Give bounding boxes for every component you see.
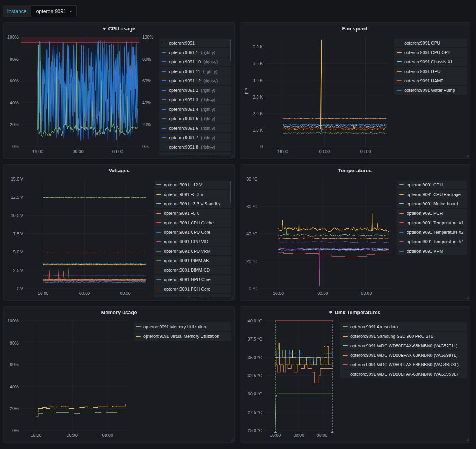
legend-label: opteron:9091 8 [169, 145, 198, 149]
panel-resize-handle[interactable] [231, 296, 233, 299]
legend-item[interactable]: opteron:9091 9(right-y) [159, 152, 231, 155]
panel-resize-handle[interactable] [466, 438, 469, 441]
legend-label: opteron:9091 Areca data [350, 324, 398, 329]
legend-item[interactable]: opteron:9091 Memory Utilization [134, 322, 231, 331]
legend-item[interactable]: opteron:9091 DIMM AB [154, 256, 231, 265]
chart-svg[interactable]: 0 V2.5 V5.0 V7.5 V10.0 V12.5 V15.0 V16:0… [7, 176, 152, 297]
legend-item[interactable]: opteron:9091 Water Pump [394, 86, 467, 95]
legend-item[interactable]: opteron:9091 Chassis #1 [394, 58, 467, 66]
legend-item[interactable]: opteron:9091 1(right-y) [159, 48, 231, 57]
chart-svg[interactable]: 0%20%40%60%80%100%16:0000:0008:00 [7, 318, 131, 439]
legend-item[interactable]: opteron:9091 12(right-y) [159, 76, 231, 85]
svg-text:16:00: 16:00 [38, 291, 49, 296]
legend-label: opteron:9091 +3.3 V [164, 192, 203, 197]
legend-item[interactable]: opteron:9091 GPU [394, 67, 467, 76]
panel-header[interactable]: ♥ Disk Temperatures [240, 307, 470, 318]
legend-label: opteron:9091 CPU Package [407, 192, 461, 197]
legend-scrollbar[interactable] [230, 39, 231, 61]
instance-dropdown[interactable]: opteron:9091 ▾ [31, 5, 77, 17]
panel-resize-handle[interactable] [231, 438, 233, 441]
svg-text:35.0 °C: 35.0 °C [248, 355, 262, 360]
legend-item[interactable]: opteron:9091 WDC WD80EFAX-68KNBN0 (VAG59… [340, 351, 467, 360]
legend-item[interactable]: opteron:9091 DIMM CD [154, 266, 231, 274]
legend-item[interactable]: opteron:9091 CPU [394, 39, 467, 47]
panel-resize-handle[interactable] [231, 155, 233, 157]
legend-item[interactable]: opteron:9091 Motherboard [397, 199, 467, 208]
legend-item[interactable]: opteron:9091 WDC WD80EFAX-68KNBN0 (VAG59… [340, 370, 467, 378]
legend-item[interactable]: opteron:9091 VRM [397, 247, 467, 255]
series-color-icon [162, 99, 166, 100]
legend-item[interactable]: opteron:9091 Areca data [340, 322, 467, 331]
legend-item[interactable]: opteron:9091 CPU Core [154, 228, 231, 237]
svg-text:60%: 60% [10, 362, 19, 367]
legend-item[interactable]: opteron:9091 CPU [397, 181, 467, 189]
legend-item[interactable]: opteron:9091 CPU VID [154, 237, 231, 246]
svg-text:80%: 80% [10, 341, 19, 345]
panel-title: Disk Temperatures [335, 309, 380, 315]
legend-item[interactable]: opteron:9091 7(right-y) [159, 133, 231, 142]
legend-item[interactable]: opteron:9091 +3.3 V [154, 190, 231, 199]
legend-item[interactable]: opteron:9091 CPU Package [397, 190, 467, 199]
legend-item[interactable]: opteron:9091 3(right-y) [159, 95, 231, 104]
legend-item[interactable]: opteron:9091 PCH Core [154, 285, 231, 293]
panel-resize-handle[interactable] [466, 296, 469, 299]
svg-text:16:00: 16:00 [270, 433, 281, 438]
legend-item[interactable]: opteron:9091 CPU VRM [154, 247, 231, 255]
legend-item[interactable]: opteron:9091 HAMP [394, 76, 467, 85]
cpu-usage-chart[interactable]: 0%0%20%20%40%40%60%60%80%80%100%100%16:0… [7, 34, 157, 155]
legend-item[interactable]: opteron:9091 CPU Cache [154, 218, 231, 227]
panel-header[interactable]: Temperatures [240, 165, 470, 176]
panel-header[interactable]: ♥ CPU usage [4, 23, 234, 34]
legend-item[interactable]: opteron:9091 CPU OPT [394, 48, 467, 57]
series-color-icon [397, 43, 402, 43]
svg-text:4.0 K: 4.0 K [253, 78, 263, 83]
legend-item[interactable]: opteron:9091 2(right-y) [159, 86, 231, 95]
legend-item[interactable]: opteron:9091 WDC WD80EFAX-68KNBN0 (VAG4B… [340, 360, 467, 369]
legend-item[interactable]: opteron:9091 Temperature #2 [397, 228, 467, 237]
legend-item[interactable]: opteron:9091 +12 V [154, 181, 231, 189]
legend-item[interactable]: opteron:9091 4(right-y) [159, 105, 231, 114]
chart-svg[interactable]: 25.0 °C27.5 °C30.0 °C32.5 °C35.0 °C37.5 … [243, 318, 338, 439]
legend-item[interactable]: opteron:9091 Temperature #4 [397, 237, 467, 246]
svg-text:40%: 40% [10, 384, 19, 389]
legend-item[interactable]: opteron:9091 5(right-y) [159, 114, 231, 123]
legend-item[interactable]: opteron:9091 Temperature #1 [397, 218, 467, 227]
legend-axis-suffix: (right-y) [201, 126, 215, 130]
legend-item[interactable]: opteron:9091 PCH [397, 209, 467, 218]
voltages-chart[interactable]: 0 V2.5 V5.0 V7.5 V10.0 V12.5 V15.0 V16:0… [7, 176, 152, 297]
chart-svg[interactable]: 0 °C20 °C40 °C60 °C80 °C16:0000:0008:00 [243, 176, 394, 297]
panel-resize-handle[interactable] [466, 155, 469, 157]
svg-text:15.0 V: 15.0 V [11, 177, 23, 181]
legend-item[interactable]: opteron:9091 GPU Core [154, 275, 231, 284]
legend-item[interactable]: opteron:9091 10(right-y) [159, 58, 231, 66]
legend-item[interactable]: opteron:9091 VBAT Battery [154, 294, 231, 297]
series-color-icon [162, 43, 166, 43]
legend-scrollbar[interactable] [230, 181, 231, 203]
chart-svg[interactable]: 0%0%20%20%40%40%60%60%80%80%100%100%16:0… [7, 34, 157, 155]
series-color-icon [343, 336, 348, 337]
legend-item[interactable]: opteron:9091 +3.3 V Standby [154, 199, 231, 208]
legend-label: opteron:9091 +3.3 V Standby [164, 201, 220, 206]
series-color-icon [156, 184, 161, 185]
panel-header[interactable]: Memory usage [4, 307, 234, 318]
legend-label: opteron:9091 [169, 41, 195, 45]
legend-item[interactable]: opteron:9091 WDC WD80EFAX-68KNBN0 (VAG52… [340, 341, 467, 350]
legend-item[interactable]: opteron:9091 11(right-y) [159, 67, 231, 76]
panel-header[interactable]: Fan speed [240, 23, 470, 34]
temperatures-legend: opteron:9091 CPUopteron:9091 CPU Package… [397, 176, 467, 297]
memory-usage-chart[interactable]: 0%20%40%60%80%100%16:0000:0008:00 [7, 318, 131, 439]
svg-text:00:00: 00:00 [73, 149, 84, 154]
legend-item[interactable]: opteron:9091 [159, 39, 231, 47]
legend-item[interactable]: opteron:9091 +5 V [154, 209, 231, 218]
svg-text:60%: 60% [10, 78, 19, 83]
panel-header[interactable]: Voltages [4, 165, 234, 176]
chart-svg[interactable]: 01.0 K2.0 K3.0 K4.0 K5.0 K6.0 K16:0000:0… [243, 34, 392, 155]
temperatures-chart[interactable]: 0 °C20 °C40 °C60 °C80 °C16:0000:0008:00 [243, 176, 394, 297]
fan-speed-chart[interactable]: 01.0 K2.0 K3.0 K4.0 K5.0 K6.0 K16:0000:0… [243, 34, 392, 155]
disk-temperatures-chart[interactable]: 25.0 °C27.5 °C30.0 °C32.5 °C35.0 °C37.5 … [243, 318, 338, 439]
legend-item[interactable]: opteron:9091 Virtual Memory Utilization [134, 332, 231, 341]
legend-item[interactable]: opteron:9091 8(right-y) [159, 143, 231, 151]
legend-item[interactable]: opteron:9091 Samsung SSD 960 PRO 2TB [340, 332, 467, 341]
svg-text:20%: 20% [10, 122, 19, 127]
legend-item[interactable]: opteron:9091 6(right-y) [159, 124, 231, 132]
